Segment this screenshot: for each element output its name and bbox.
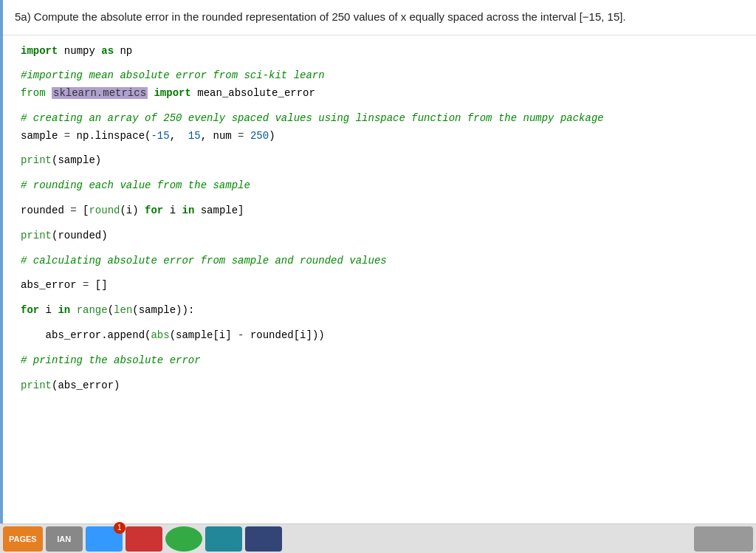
kw-import: import [21, 45, 58, 57]
kw-abs: abs [151, 329, 169, 341]
code-area: import numpy as np #importing mean absol… [3, 35, 756, 402]
comment-rounding: # rounding each value from the sample [9, 177, 756, 195]
blank4 [9, 170, 756, 177]
blank6 [9, 220, 756, 227]
problem-statement: 5a) Compute the absolute error in the ro… [3, 0, 756, 35]
code-line-import: import numpy as np [9, 43, 756, 61]
code-line-append: abs_error.append(abs(sample[i] - rounded… [9, 327, 756, 345]
code-line-sample: sample = np.linspace(-15, 15, num = 250) [9, 128, 756, 145]
code-line-print-abs: print(abs_error) [9, 377, 756, 395]
kw-len: len [114, 304, 132, 316]
kw-in: in [182, 205, 195, 216]
blank11 [9, 345, 756, 352]
sklearn-highlight: sklearn.metrics [52, 87, 148, 99]
main-content: 5a) Compute the absolute error in the ro… [0, 0, 756, 524]
blank12 [9, 370, 756, 377]
kw-range: range [77, 304, 108, 316]
taskbar-ian[interactable]: IAN [46, 526, 83, 552]
blank8 [9, 269, 756, 277]
kw-from: from [21, 87, 46, 99]
kw-print2: print [21, 230, 52, 241]
blank3 [9, 145, 756, 152]
kw-as: as [101, 45, 114, 57]
blank [9, 60, 756, 67]
blank7 [9, 245, 756, 253]
taskbar-right[interactable] [694, 526, 753, 552]
code-line-rounded: rounded = [round(i) for i in sample] [9, 202, 756, 220]
comment-calculating: # calculating absolute error from sample… [9, 253, 756, 270]
code-line-print-sample: print(sample) [9, 152, 756, 170]
taskbar-red[interactable] [126, 526, 162, 552]
code-line-from: from sklearn.metrics import mean_absolut… [9, 85, 756, 103]
kw-import2: import [154, 87, 190, 99]
blank9 [9, 295, 756, 302]
taskbar-green[interactable] [165, 526, 202, 552]
blank10 [9, 320, 756, 327]
kw-for: for [145, 205, 163, 216]
problem-text: 5a) Compute the absolute error in the ro… [15, 10, 626, 23]
badge-1: 1 [114, 522, 126, 534]
blank2 [9, 103, 756, 110]
taskbar-pages-label: PAGES [9, 535, 37, 543]
code-line-for: for i in range(len(sample)): [9, 302, 756, 320]
kw-for2: for [21, 304, 39, 316]
comment-importing: #importing mean absolute error from sci-… [9, 67, 756, 85]
taskbar-pages[interactable]: PAGES [3, 526, 43, 552]
kw-in2: in [58, 304, 70, 316]
code-line-abs-error-init: abs_error = [] [9, 277, 756, 295]
kw-round: round [89, 205, 120, 216]
comment-creating: # creating an array of 250 evenly spaced… [9, 110, 756, 128]
blank5 [9, 195, 756, 202]
taskbar-ian-label: IAN [57, 535, 71, 543]
taskbar-teal[interactable] [205, 526, 242, 552]
comment-printing: # printing the absolute error [9, 352, 756, 370]
taskbar-darkblue[interactable] [245, 526, 282, 552]
taskbar: PAGES IAN 1 [0, 523, 756, 553]
kw-print: print [21, 154, 52, 166]
code-line-print-rounded: print(rounded) [9, 227, 756, 245]
kw-print3: print [21, 379, 52, 391]
